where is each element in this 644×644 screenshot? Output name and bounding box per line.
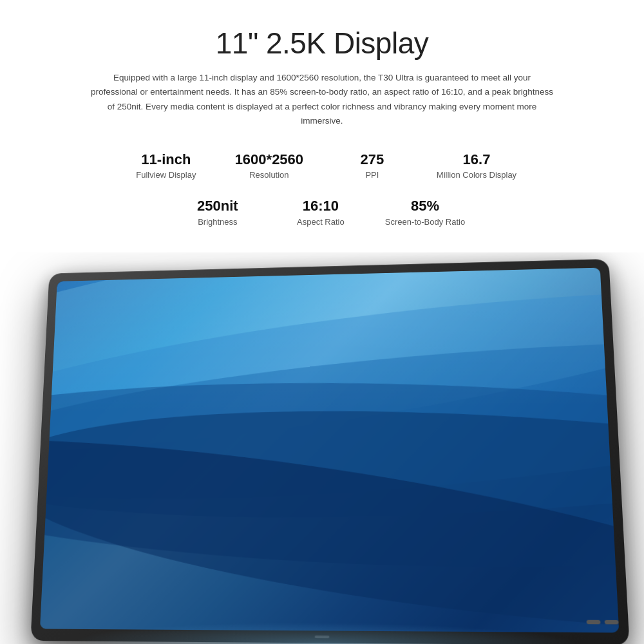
screen-content — [40, 268, 619, 633]
side-btn-2 — [605, 620, 619, 625]
side-btn-1 — [587, 620, 601, 625]
description: Equipped with a large 11-inch display an… — [90, 71, 554, 128]
spec-screen-ratio: 85% Screen-to-Body Ratio — [372, 193, 478, 231]
spec-ppi: 275 PPI — [321, 146, 424, 185]
tablet-wrapper — [30, 259, 629, 644]
spec-resolution: 1600*2560 Resolution — [218, 146, 321, 185]
spec-size: 11-inch Fullview Display — [115, 146, 218, 185]
specs-row-2: 250nit Brightness 16:10 Aspect Ratio 85%… — [39, 193, 605, 231]
tablet-screen — [40, 268, 619, 633]
tablet-body — [30, 259, 629, 644]
side-buttons — [587, 620, 619, 625]
top-section: 11" 2.5K Display Equipped with a large 1… — [0, 0, 644, 252]
specs-row-1: 11-inch Fullview Display 1600*2560 Resol… — [39, 146, 605, 185]
spec-colors: 16.7 Million Colors Display — [424, 146, 529, 185]
specs-grid: 11-inch Fullview Display 1600*2560 Resol… — [39, 146, 605, 240]
spec-brightness: 250nit Brightness — [166, 193, 269, 231]
main-title: 11" 2.5K Display — [216, 26, 429, 61]
spec-aspect-ratio: 16:10 Aspect Ratio — [269, 193, 372, 231]
tablet-container — [0, 252, 644, 644]
